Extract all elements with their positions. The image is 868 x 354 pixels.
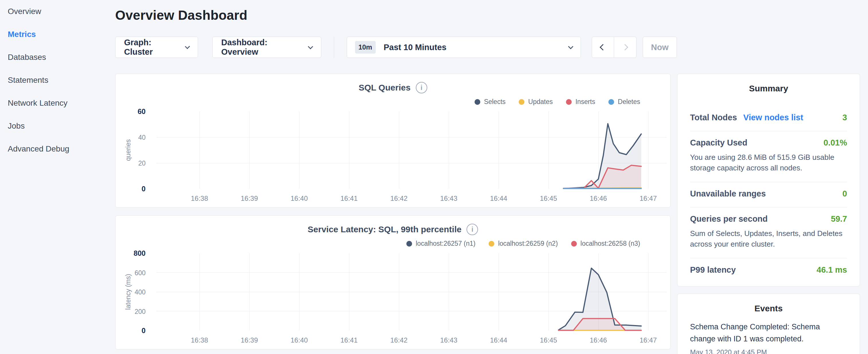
time-range-dropdown[interactable]: 10m Past 10 Minutes bbox=[347, 37, 581, 58]
chart-plot-area[interactable]: 16:3816:3916:4016:4116:4216:4316:4416:45… bbox=[116, 74, 671, 208]
sidebar-item-statements[interactable]: Statements bbox=[8, 69, 109, 92]
legend-label: localhost:26257 (n1) bbox=[416, 240, 475, 248]
chart-legend: localhost:26257 (n1)localhost:26259 (n2)… bbox=[406, 240, 640, 248]
chevron-down-icon bbox=[185, 44, 190, 49]
x-axis-tick-label: 16:45 bbox=[540, 194, 557, 202]
dashboard-dropdown[interactable]: Dashboard: Overview bbox=[212, 37, 321, 58]
x-axis-tick-label: 16:44 bbox=[490, 194, 507, 202]
y-axis-tick-label: 60 bbox=[137, 107, 146, 116]
p99-latency-value: 46.1 ms bbox=[817, 265, 847, 275]
event-list-item[interactable]: Schema Change Completed: Schema change w… bbox=[690, 321, 847, 354]
time-range-badge: 10m bbox=[355, 41, 376, 54]
chart-legend: SelectsUpdatesInsertsDeletes bbox=[474, 98, 640, 106]
total-nodes-label: Total Nodes bbox=[690, 113, 737, 122]
x-axis-tick-label: 16:40 bbox=[290, 336, 308, 344]
legend-item[interactable]: localhost:26258 (n3) bbox=[571, 240, 640, 248]
page-title: Overview Dashboard bbox=[115, 7, 677, 23]
legend-item[interactable]: Selects bbox=[474, 98, 505, 106]
qps-description: Sum of Selects, Updates, Inserts, and De… bbox=[690, 228, 847, 250]
sidebar: OverviewMetricsDatabasesStatementsNetwor… bbox=[0, 0, 109, 354]
legend-dot-icon bbox=[566, 99, 572, 105]
y-axis-tick-label: 200 bbox=[135, 308, 146, 315]
legend-item[interactable]: localhost:26259 (n2) bbox=[489, 240, 558, 248]
legend-dot-icon bbox=[406, 241, 412, 247]
y-axis-tick-label: 600 bbox=[135, 269, 146, 277]
x-axis-tick-label: 16:38 bbox=[191, 194, 208, 202]
chevron-down-icon bbox=[308, 44, 313, 49]
legend-dot-icon bbox=[489, 241, 494, 247]
events-panel: Events Schema Change Completed: Schema c… bbox=[677, 294, 860, 354]
x-axis-tick-label: 16:39 bbox=[241, 336, 258, 344]
capacity-used-description: You are using 28.6 MiB of 515.9 GiB usab… bbox=[690, 152, 847, 173]
total-nodes-value: 3 bbox=[842, 113, 847, 122]
summary-panel: Summary Total Nodes View nodes list 3 Ca… bbox=[677, 74, 860, 286]
info-icon[interactable]: i bbox=[467, 224, 478, 235]
x-axis-tick-label: 16:47 bbox=[640, 336, 657, 344]
info-icon[interactable]: i bbox=[416, 82, 427, 93]
total-nodes-row: Total Nodes View nodes list 3 bbox=[690, 106, 847, 131]
capacity-used-value: 0.01% bbox=[824, 138, 847, 148]
y-axis-unit-label: queries bbox=[124, 139, 132, 161]
qps-row: Queries per second 59.7 Sum of Selects, … bbox=[690, 207, 847, 258]
chevron-down-icon bbox=[568, 44, 573, 49]
sidebar-item-overview[interactable]: Overview bbox=[8, 0, 109, 23]
main-content: Overview Dashboard Graph: Cluster Dashbo… bbox=[109, 0, 677, 354]
sidebar-item-jobs[interactable]: Jobs bbox=[8, 115, 109, 137]
charts-column: SQL Queries i SelectsUpdatesInsertsDelet… bbox=[115, 74, 671, 349]
x-axis-tick-label: 16:46 bbox=[590, 336, 607, 344]
sidebar-item-metrics[interactable]: Metrics bbox=[8, 23, 109, 46]
legend-dot-icon bbox=[519, 99, 524, 105]
service-latency-chart-card: Service Latency: SQL, 99th percentile i … bbox=[115, 215, 671, 349]
x-axis-tick-label: 16:44 bbox=[490, 336, 507, 344]
view-nodes-list-link[interactable]: View nodes list bbox=[743, 113, 803, 122]
time-forward-button[interactable] bbox=[614, 37, 637, 58]
legend-label: Inserts bbox=[576, 98, 595, 106]
y-axis-tick-label: 800 bbox=[133, 249, 146, 257]
legend-item[interactable]: localhost:26257 (n1) bbox=[406, 240, 475, 248]
y-axis-tick-label: 0 bbox=[142, 326, 146, 334]
legend-item[interactable]: Inserts bbox=[566, 98, 595, 106]
chart-title: SQL Queries bbox=[359, 83, 410, 93]
time-range-label: Past 10 Minutes bbox=[384, 43, 446, 52]
p99-latency-row: P99 latency 46.1 ms bbox=[690, 258, 847, 283]
chevron-right-icon bbox=[622, 44, 628, 51]
time-back-button[interactable] bbox=[592, 37, 614, 58]
x-axis-tick-label: 16:41 bbox=[340, 336, 358, 344]
legend-dot-icon bbox=[474, 99, 480, 105]
legend-label: localhost:26259 (n2) bbox=[498, 240, 558, 248]
unavailable-ranges-row: Unavailable ranges 0 bbox=[690, 182, 847, 207]
y-axis-tick-label: 40 bbox=[138, 134, 146, 141]
x-axis-tick-label: 16:42 bbox=[390, 194, 407, 202]
unavailable-ranges-value: 0 bbox=[842, 189, 847, 198]
legend-dot-icon bbox=[608, 99, 614, 105]
x-axis-tick-label: 16:38 bbox=[191, 336, 208, 344]
sidebar-item-network-latency[interactable]: Network Latency bbox=[8, 92, 109, 115]
toolbar-divider bbox=[334, 37, 334, 58]
chart-title-row: Service Latency: SQL, 99th percentile i bbox=[116, 224, 670, 235]
event-message: Schema Change Completed: Schema change w… bbox=[690, 321, 847, 345]
chart-plot-area[interactable]: 16:3816:3916:4016:4116:4216:4316:4416:45… bbox=[116, 216, 671, 350]
unavailable-ranges-label: Unavailable ranges bbox=[690, 189, 766, 198]
event-timestamp: May 13, 2020 at 4:45 PM bbox=[690, 348, 847, 354]
graph-scope-dropdown[interactable]: Graph: Cluster bbox=[115, 37, 198, 58]
legend-dot-icon bbox=[571, 241, 577, 247]
x-axis-tick-label: 16:43 bbox=[440, 194, 457, 202]
legend-item[interactable]: Updates bbox=[519, 98, 553, 106]
dashboard-label: Dashboard: Overview bbox=[221, 38, 302, 57]
sidebar-item-databases[interactable]: Databases bbox=[8, 46, 109, 69]
legend-label: Selects bbox=[484, 98, 505, 106]
capacity-used-row: Capacity Used 0.01% You are using 28.6 M… bbox=[690, 131, 847, 182]
x-axis-tick-label: 16:47 bbox=[640, 194, 657, 202]
sql-queries-chart-card: SQL Queries i SelectsUpdatesInsertsDelet… bbox=[115, 74, 671, 207]
y-axis-unit-label: latency (ms) bbox=[124, 274, 132, 310]
legend-item[interactable]: Deletes bbox=[608, 98, 640, 106]
p99-latency-label: P99 latency bbox=[690, 265, 736, 275]
now-button-label: Now bbox=[651, 43, 669, 52]
sidebar-item-advanced-debug[interactable]: Advanced Debug bbox=[8, 137, 109, 160]
legend-label: Updates bbox=[528, 98, 553, 106]
x-axis-tick-label: 16:41 bbox=[340, 194, 358, 202]
x-axis-tick-label: 16:42 bbox=[390, 336, 407, 344]
now-button[interactable]: Now bbox=[643, 37, 677, 58]
toolbar: Graph: Cluster Dashboard: Overview 10m P… bbox=[115, 37, 677, 58]
qps-value: 59.7 bbox=[831, 214, 847, 224]
